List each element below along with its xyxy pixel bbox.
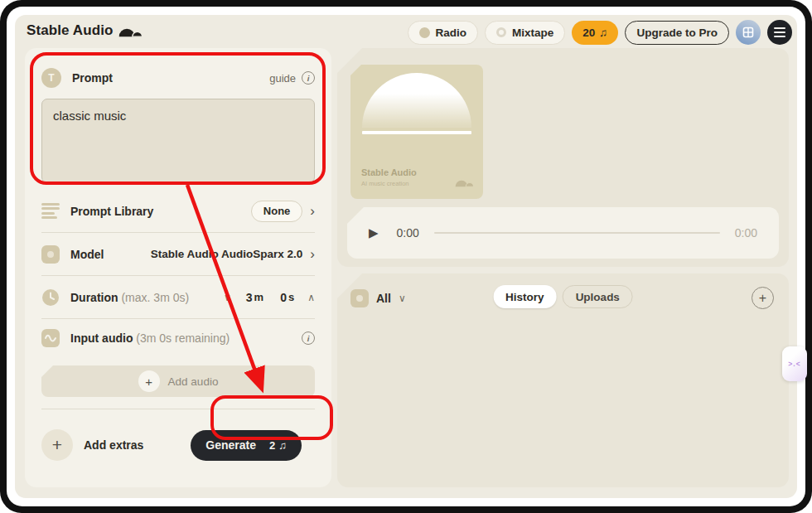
artwork-dome-graphic	[362, 73, 471, 128]
duration-clock-icon	[41, 288, 60, 307]
brand-name: Stable Audio	[27, 22, 113, 39]
chevron-down-icon: ∨	[399, 293, 406, 304]
corner-notch	[41, 365, 53, 377]
library-panel: All ∨ History Uploads +	[337, 273, 789, 487]
add-extras-label: Add extras	[84, 438, 143, 452]
credits-badge[interactable]: 20 ♫	[572, 21, 618, 45]
input-audio-info-icon[interactable]: i	[302, 332, 315, 345]
play-button[interactable]: ▶	[369, 225, 379, 240]
brand-arch-icon	[118, 25, 142, 37]
chevron-right-icon: ›	[310, 204, 315, 218]
duration-hint: (max. 3m 0s)	[121, 291, 189, 304]
seek-bar[interactable]	[434, 232, 720, 234]
generate-cost: 2 ♫	[269, 439, 287, 452]
artwork-baseline	[362, 131, 471, 134]
duration-row: Duration (max. 3m 0s) ∨ 3 m 0 s ∧	[25, 276, 331, 318]
filter-dropdown[interactable]: All ∨	[350, 289, 406, 307]
corner-notch	[347, 207, 364, 224]
stable-audio-app: Stable Audio Radio Mixtape 20 ♫ Upgrade …	[15, 15, 797, 498]
model-icon	[41, 245, 60, 264]
input-audio-hint: (3m 0s remaining)	[136, 332, 230, 345]
artwork-arch-icon	[455, 177, 473, 187]
side-panel-handle[interactable]: >.<	[782, 346, 807, 381]
filter-icon	[350, 289, 369, 307]
input-audio-row: Input audio (3m 0s remaining) i	[25, 319, 331, 357]
topbar-controls: Radio Mixtape 20 ♫ Upgrade to Pro	[408, 20, 792, 45]
duration-minutes[interactable]: 3	[246, 291, 253, 304]
corner-notch	[350, 65, 361, 75]
music-note-icon: ♫	[278, 439, 287, 452]
add-audio-button[interactable]: + Add audio	[41, 365, 315, 397]
prompt-library-row[interactable]: Prompt Library None ›	[25, 190, 331, 232]
now-playing-panel: Stable Audio AI music creation ▶ 0:00 0:…	[337, 48, 789, 267]
hamburger-menu-button[interactable]	[767, 20, 792, 45]
radio-label: Radio	[436, 27, 467, 39]
add-item-button[interactable]: +	[752, 287, 774, 309]
mixtape-button[interactable]: Mixtape	[485, 21, 565, 45]
library-tabs: History Uploads	[493, 285, 633, 308]
input-audio-icon	[41, 329, 60, 347]
model-row[interactable]: Model Stable Audio AudioSparx 2.0 ›	[25, 233, 331, 275]
prompt-label: Prompt	[72, 71, 113, 85]
add-audio-label: Add audio	[168, 375, 219, 388]
album-artwork: Stable Audio AI music creation	[350, 65, 483, 199]
brand-logo[interactable]: Stable Audio	[27, 22, 142, 39]
upgrade-to-pro-button[interactable]: Upgrade to Pro	[625, 21, 729, 45]
tab-history[interactable]: History	[493, 285, 557, 308]
model-label: Model	[70, 248, 104, 261]
generate-label: Generate	[205, 438, 256, 452]
prompt-header: T Prompt guide i	[25, 48, 331, 88]
mixtape-icon	[496, 27, 506, 37]
credits-count: 20	[582, 27, 595, 39]
duration-seconds[interactable]: 0	[280, 291, 287, 304]
duration-label: Duration (max. 3m 0s)	[70, 291, 189, 304]
prompt-library-icon	[41, 203, 60, 220]
footer-row: + Add extras Generate 2 ♫	[25, 421, 331, 469]
audio-player: ▶ 0:00 0:00	[347, 207, 779, 259]
artwork-subtitle: AI music creation	[361, 180, 409, 187]
music-note-icon: ♫	[599, 27, 607, 39]
prompt-info-icon[interactable]: i	[302, 71, 315, 85]
menu-icon	[774, 27, 785, 29]
divider	[41, 409, 315, 409]
generation-settings-panel: T Prompt guide i classic music Prompt Li…	[25, 48, 331, 487]
library-header: All ∨ History Uploads +	[337, 273, 789, 309]
filter-label: All	[376, 292, 391, 305]
chevron-right-icon: ›	[310, 247, 315, 261]
prompt-library-label: Prompt Library	[70, 205, 153, 218]
upgrade-label: Upgrade to Pro	[636, 27, 718, 39]
plus-icon: +	[138, 370, 160, 392]
duration-increase-icon[interactable]: ∧	[307, 292, 315, 303]
artwork-title: Stable Audio	[361, 167, 417, 177]
duration-decrease-icon[interactable]: ∨	[224, 292, 231, 303]
generate-button[interactable]: Generate 2 ♫	[191, 430, 302, 461]
screenshot-stage: Stable Audio Radio Mixtape 20 ♫ Upgrade …	[0, 0, 812, 513]
prompt-library-value[interactable]: None	[251, 201, 303, 222]
prompt-input[interactable]: classic music	[41, 99, 315, 183]
total-time: 0:00	[735, 226, 757, 240]
prompt-icon: T	[41, 68, 61, 88]
radio-button[interactable]: Radio	[408, 21, 479, 45]
mixtape-label: Mixtape	[512, 27, 553, 39]
add-extras-button[interactable]: +	[41, 429, 73, 461]
guide-link[interactable]: guide	[269, 72, 296, 85]
model-value: Stable Audio AudioSparx 2.0	[151, 248, 303, 260]
tab-uploads[interactable]: Uploads	[563, 285, 633, 308]
grid-icon	[742, 27, 754, 38]
input-audio-label: Input audio (3m 0s remaining)	[70, 332, 230, 345]
apps-grid-button[interactable]	[736, 20, 761, 45]
current-time: 0:00	[397, 226, 419, 240]
radio-icon	[419, 27, 430, 38]
